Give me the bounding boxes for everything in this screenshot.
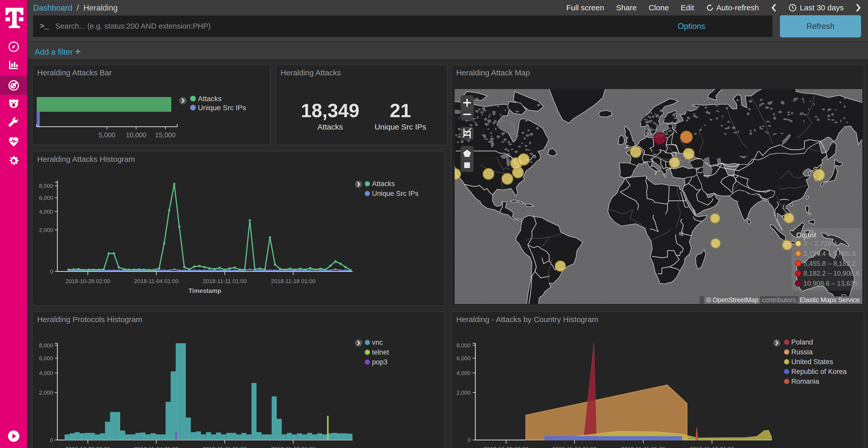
svg-text:4,000: 4,000 bbox=[457, 370, 471, 376]
svg-text:2018-11-18 01:00: 2018-11-18 01:00 bbox=[271, 446, 315, 448]
svg-text:Republic of Korea: Republic of Korea bbox=[791, 368, 847, 376]
svg-text:Unique Src IPs: Unique Src IPs bbox=[372, 190, 418, 198]
svg-text:0: 0 bbox=[468, 437, 471, 443]
svg-text:Poland: Poland bbox=[791, 338, 813, 346]
svg-text:10,000: 10,000 bbox=[126, 131, 147, 139]
svg-text:2,729.4 – 5,455.8: 2,729.4 – 5,455.8 bbox=[803, 250, 856, 257]
svg-text:2,000: 2,000 bbox=[39, 227, 53, 233]
svg-text:telnet: telnet bbox=[372, 348, 389, 356]
svg-text:Attacks: Attacks bbox=[198, 95, 222, 103]
svg-text:2018-11-11 01:00: 2018-11-11 01:00 bbox=[203, 446, 247, 448]
svg-text:8,000: 8,000 bbox=[39, 183, 53, 189]
svg-text:2018-11-11 01:00: 2018-11-11 01:00 bbox=[203, 278, 247, 284]
svg-text:5,455.8 – 8,182.2: 5,455.8 – 8,182.2 bbox=[803, 260, 856, 267]
svg-text:0: 0 bbox=[50, 437, 53, 443]
svg-text:6,000: 6,000 bbox=[457, 355, 471, 361]
svg-text:2018-11-04 01:00: 2018-11-04 01:00 bbox=[134, 278, 179, 284]
svg-text:2,000: 2,000 bbox=[457, 389, 471, 396]
svg-text:pop3: pop3 bbox=[372, 358, 388, 366]
svg-text:2018-10-28 02:00: 2018-10-28 02:00 bbox=[65, 446, 110, 448]
svg-text:8,000: 8,000 bbox=[457, 342, 471, 349]
svg-text:2018-11-18 01:00: 2018-11-18 01:00 bbox=[271, 278, 315, 284]
svg-text:2018-10-28 02:00: 2018-10-28 02:00 bbox=[65, 278, 110, 284]
svg-text:4,000: 4,000 bbox=[39, 370, 53, 376]
svg-text:2,000: 2,000 bbox=[39, 389, 53, 396]
svg-text:0: 0 bbox=[50, 268, 53, 275]
svg-text:Romania: Romania bbox=[791, 378, 819, 385]
svg-text:Count: Count bbox=[796, 231, 816, 239]
svg-text:8,000: 8,000 bbox=[39, 342, 53, 349]
svg-text:United States: United States bbox=[791, 358, 833, 366]
svg-text:4,000: 4,000 bbox=[39, 208, 53, 215]
svg-text:Elastic Maps Service: Elastic Maps Service bbox=[800, 296, 860, 304]
svg-text:Unique Src IPs: Unique Src IPs bbox=[198, 104, 246, 112]
svg-text:8,182.2 – 10,908.6: 8,182.2 – 10,908.6 bbox=[803, 269, 860, 277]
svg-text:10,908.6 – 13,635: 10,908.6 – 13,635 bbox=[803, 279, 858, 287]
svg-text:15,000: 15,000 bbox=[155, 131, 176, 139]
svg-text:6,000: 6,000 bbox=[39, 195, 53, 201]
svg-text:contributors,: contributors, bbox=[762, 296, 798, 304]
svg-text:Russia: Russia bbox=[791, 348, 813, 356]
svg-text:2018-11-04 01:00: 2018-11-04 01:00 bbox=[134, 446, 179, 448]
svg-text:Attacks: Attacks bbox=[372, 180, 395, 187]
svg-text:2018-11-04 01:00: 2018-11-04 01:00 bbox=[552, 446, 597, 448]
svg-text:3 – 2,729.4: 3 – 2,729.4 bbox=[803, 240, 837, 247]
svg-text:5,000: 5,000 bbox=[98, 131, 115, 139]
svg-text:6,000: 6,000 bbox=[39, 355, 53, 361]
svg-text:© OpenStreetMap: © OpenStreetMap bbox=[706, 296, 758, 304]
svg-text:2018-11-18 01:00: 2018-11-18 01:00 bbox=[690, 446, 734, 448]
svg-text:vnc: vnc bbox=[372, 339, 383, 346]
svg-text:2018-10-28 02:00: 2018-10-28 02:00 bbox=[484, 446, 529, 448]
svg-text:2018-11-11 01:00: 2018-11-11 01:00 bbox=[621, 446, 665, 448]
svg-text:Timestamp: Timestamp bbox=[189, 287, 221, 294]
